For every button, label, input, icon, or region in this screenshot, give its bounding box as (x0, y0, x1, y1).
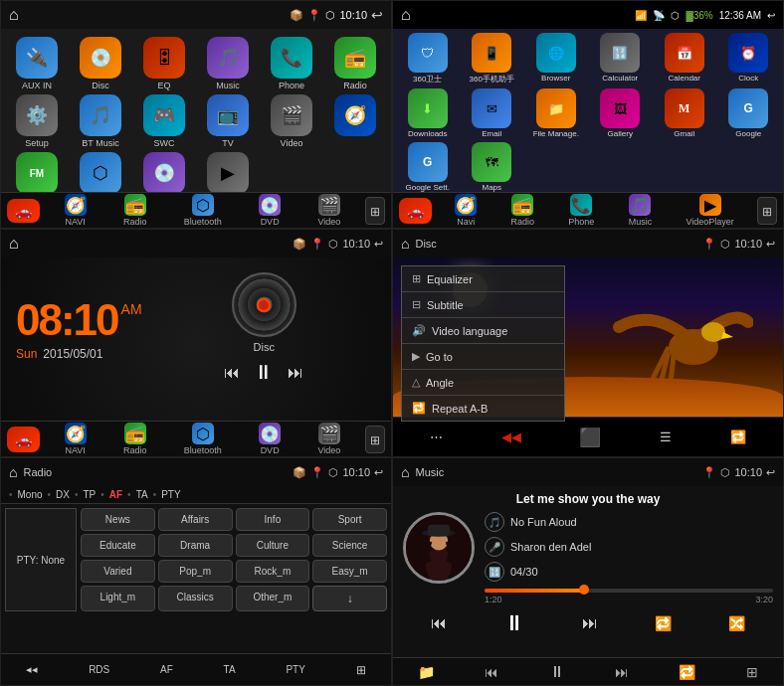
app-calendar[interactable]: 📅Calendar (654, 33, 715, 85)
app-downloads[interactable]: ⬇Downloads (397, 88, 459, 138)
app-music[interactable]: 🎵 Music (198, 37, 258, 90)
app-google[interactable]: GGoogle (718, 88, 780, 138)
grid-toggle-button-p2[interactable]: ⊞ (757, 197, 777, 225)
nav3-bluetooth[interactable]: ⬡ Bluetooth (184, 423, 222, 455)
app-disc[interactable]: 💿 Disc (71, 37, 130, 90)
nav2-videoplayer[interactable]: ▶ VideoPlayer (686, 194, 733, 227)
rbb-af[interactable]: AF (160, 664, 173, 675)
home-icon-p5[interactable]: ⌂ (9, 464, 17, 480)
app-calculator[interactable]: 🔢Calculator (590, 33, 652, 85)
back-icon-p4[interactable]: ↩ (766, 238, 775, 251)
app-radio[interactable]: 📻 Radio (325, 37, 385, 90)
vc-repeat-button[interactable]: 🔁 (730, 429, 746, 444)
music-repeat-button[interactable]: 🔁 (655, 615, 672, 631)
nav-video[interactable]: 🎬 Video (317, 194, 340, 227)
nav3-radio[interactable]: 📻 Radio (123, 423, 147, 455)
app-disc2[interactable]: 💿 (134, 152, 194, 194)
app-fm[interactable]: FM (7, 152, 67, 194)
radio-btn-sport[interactable]: Sport (312, 508, 387, 531)
radio-btn-otherm[interactable]: Other_m (236, 586, 310, 611)
nav-dvd[interactable]: 💿 DVD (259, 194, 281, 227)
radio-btn-easym[interactable]: Easy_m (312, 560, 387, 583)
nav2-music[interactable]: 🎵 Music (629, 194, 653, 227)
nav-radio[interactable]: 📻 Radio (123, 194, 147, 227)
music-pause-button[interactable]: ⏸ (503, 610, 525, 636)
app-email[interactable]: ✉Email (462, 88, 523, 138)
app-googlesettings[interactable]: GGoogle Sett. (397, 142, 459, 192)
home-icon-p2[interactable]: ⌂ (401, 6, 411, 24)
mbb-repeat[interactable]: 🔁 (679, 664, 695, 680)
mbb-eq[interactable]: ⊞ (746, 664, 758, 680)
vc-list-button[interactable]: ☰ (660, 429, 672, 444)
app-eq[interactable]: 🎛 EQ (134, 37, 194, 90)
grid-toggle-button[interactable]: ⊞ (365, 197, 385, 225)
nav-navi[interactable]: 🧭 NAVI (65, 194, 87, 227)
nav3-video[interactable]: 🎬 Video (317, 423, 340, 455)
ctx-subtitle[interactable]: ⊟ Subtitle (402, 292, 564, 318)
nav3-navi[interactable]: 🧭 NAVI (65, 423, 87, 455)
radio-btn-lightm[interactable]: Light_m (81, 586, 155, 611)
back-icon-p3[interactable]: ↩ (374, 238, 383, 251)
rbb-vol-down[interactable]: ◂◂ (26, 663, 38, 676)
app-filemanager[interactable]: 📁File Manage. (525, 88, 587, 138)
radio-btn-scrolldown[interactable]: ↓ (312, 586, 387, 611)
app-vid2[interactable]: ▶ (198, 152, 258, 194)
radio-btn-drama[interactable]: Drama (158, 534, 233, 557)
home-icon[interactable]: ⌂ (9, 6, 19, 24)
app-phone[interactable]: 📞 Phone (262, 37, 321, 90)
radio-btn-science[interactable]: Science (312, 534, 387, 557)
app-bt2[interactable]: ⬡ (71, 152, 130, 194)
radio-btn-info[interactable]: Info (236, 508, 310, 531)
back-icon-p2[interactable]: ↩ (767, 10, 775, 21)
radio-btn-popm[interactable]: Pop_m (158, 560, 233, 583)
ctx-angle[interactable]: △ Angle (402, 370, 564, 396)
app-360-guard[interactable]: 🛡360卫士 (397, 33, 459, 85)
mbb-prev[interactable]: ⏮ (485, 664, 498, 680)
radio-btn-culture[interactable]: Culture (236, 534, 310, 557)
radio-btn-classics[interactable]: Classics (158, 586, 233, 611)
app-gmail[interactable]: MGmail (654, 88, 715, 138)
rbb-ta[interactable]: TA (224, 664, 236, 675)
ctx-videolang[interactable]: 🔊 Video language (402, 318, 564, 344)
grid-toggle-button-p3[interactable]: ⊞ (365, 426, 385, 453)
vc-menu-button[interactable]: ⋯ (430, 429, 443, 444)
radio-btn-news[interactable]: News (81, 508, 155, 531)
music-shuffle-button[interactable]: 🔀 (728, 615, 745, 631)
car-nav-button[interactable]: 🚗 (7, 199, 40, 223)
ctx-goto[interactable]: ▶ Go to (402, 344, 564, 370)
back-icon[interactable]: ↩ (371, 7, 383, 23)
ctx-repeat-ab[interactable]: 🔁 Repeat A-B (402, 396, 564, 421)
radio-btn-rockm[interactable]: Rock_m (236, 560, 310, 583)
app-360-helper[interactable]: 📱360手机助手 (462, 33, 523, 85)
music-next-button[interactable]: ⏭ (582, 614, 598, 632)
progress-bar-bg[interactable] (485, 589, 773, 593)
ctx-equalizer[interactable]: ⊞ Equalizer (402, 266, 564, 292)
prev-button[interactable]: ⏮ (224, 364, 240, 382)
car-nav-button-p3[interactable]: 🚗 (7, 427, 40, 452)
app-navi[interactable]: 🧭 (325, 94, 385, 148)
back-icon-p6[interactable]: ↩ (766, 466, 775, 479)
nav2-navi[interactable]: 🧭 Navi (455, 194, 477, 227)
app-clock[interactable]: ⏰Clock (718, 33, 780, 85)
radio-btn-varied[interactable]: Varied (81, 560, 155, 583)
mbb-folder[interactable]: 📁 (418, 664, 435, 680)
vc-rewind-button[interactable]: ◀◀ (501, 429, 521, 444)
pause-button[interactable]: ⏸ (254, 361, 274, 384)
nav-bluetooth[interactable]: ⬡ Bluetooth (184, 194, 222, 227)
vc-stop-button[interactable]: ⬛ (579, 427, 601, 448)
nav3-dvd[interactable]: 💿 DVD (259, 423, 281, 455)
back-icon-p5[interactable]: ↩ (374, 466, 383, 479)
app-gallery[interactable]: 🖼Gallery (590, 88, 652, 138)
music-prev-button[interactable]: ⏮ (431, 614, 447, 632)
car-nav-button-p2[interactable]: 🚗 (399, 198, 432, 224)
home-icon-p6[interactable]: ⌂ (401, 464, 409, 480)
app-tv[interactable]: 📺 TV (198, 94, 258, 148)
mbb-play[interactable]: ⏸ (549, 663, 565, 681)
app-browser[interactable]: 🌐Browser (525, 33, 587, 85)
next-button[interactable]: ⏭ (288, 364, 303, 382)
rbb-pty[interactable]: PTY (286, 664, 304, 675)
nav2-phone[interactable]: 📞 Phone (568, 194, 594, 227)
app-setup[interactable]: ⚙️ Setup (7, 94, 67, 148)
home-icon-p3[interactable]: ⌂ (9, 235, 19, 253)
app-swc[interactable]: 🎮 SWC (134, 94, 194, 148)
